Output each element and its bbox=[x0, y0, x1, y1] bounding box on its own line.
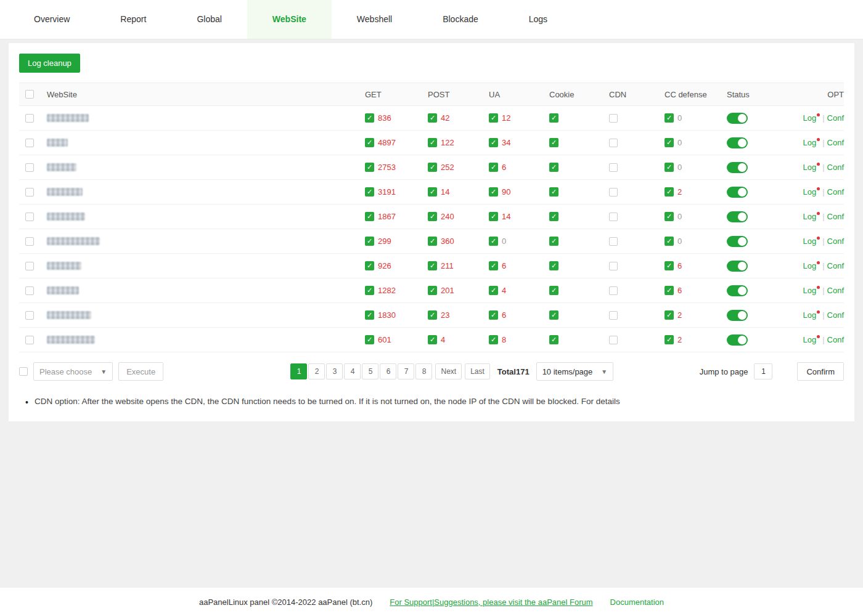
cookie-check-icon[interactable]: ✓ bbox=[549, 113, 558, 123]
cc-defense-check-icon[interactable]: ✓ bbox=[665, 163, 674, 172]
cdn-checkbox[interactable] bbox=[609, 163, 618, 172]
cc-defense-check-icon[interactable]: ✓ bbox=[665, 335, 674, 344]
cookie-check-icon[interactable]: ✓ bbox=[549, 163, 558, 172]
page-number-button[interactable]: 6 bbox=[380, 363, 396, 379]
get-check-icon[interactable]: ✓ bbox=[365, 138, 374, 147]
jump-to-page-input[interactable] bbox=[754, 363, 772, 379]
post-check-icon[interactable]: ✓ bbox=[428, 261, 437, 270]
cdn-checkbox[interactable] bbox=[609, 213, 618, 221]
cookie-check-icon[interactable]: ✓ bbox=[549, 212, 558, 221]
conf-link[interactable]: Conf bbox=[827, 187, 844, 197]
last-page-button[interactable]: Last bbox=[465, 363, 490, 379]
tab-logs[interactable]: Logs bbox=[504, 0, 573, 39]
status-toggle[interactable] bbox=[727, 236, 748, 247]
execute-button[interactable]: Execute bbox=[118, 362, 163, 381]
page-number-button[interactable]: 1 bbox=[290, 363, 307, 379]
get-check-icon[interactable]: ✓ bbox=[365, 187, 374, 197]
ua-check-icon[interactable]: ✓ bbox=[489, 261, 498, 270]
bulk-select-checkbox[interactable] bbox=[19, 367, 28, 376]
log-link[interactable]: Log bbox=[803, 163, 820, 172]
confirm-button[interactable]: Confirm bbox=[797, 362, 844, 381]
cc-defense-check-icon[interactable]: ✓ bbox=[665, 113, 674, 123]
cookie-check-icon[interactable]: ✓ bbox=[549, 335, 558, 344]
post-check-icon[interactable]: ✓ bbox=[428, 187, 437, 197]
row-checkbox[interactable] bbox=[25, 336, 34, 344]
log-cleanup-button[interactable]: Log cleanup bbox=[19, 54, 80, 73]
ua-check-icon[interactable]: ✓ bbox=[489, 187, 498, 197]
page-number-button[interactable]: 4 bbox=[344, 363, 361, 379]
cdn-checkbox[interactable] bbox=[609, 139, 618, 147]
post-check-icon[interactable]: ✓ bbox=[428, 286, 437, 295]
support-forum-link[interactable]: For Support|Suggestions, please visit th… bbox=[390, 598, 592, 607]
get-check-icon[interactable]: ✓ bbox=[365, 310, 374, 320]
row-checkbox[interactable] bbox=[25, 213, 34, 221]
row-checkbox[interactable] bbox=[25, 139, 34, 147]
select-all-checkbox[interactable] bbox=[25, 90, 34, 99]
conf-link[interactable]: Conf bbox=[827, 310, 844, 320]
tab-blockade[interactable]: Blockade bbox=[417, 0, 504, 39]
ua-check-icon[interactable]: ✓ bbox=[489, 335, 498, 344]
status-toggle[interactable] bbox=[727, 211, 748, 222]
cc-defense-check-icon[interactable]: ✓ bbox=[665, 286, 674, 295]
get-check-icon[interactable]: ✓ bbox=[365, 163, 374, 172]
log-link[interactable]: Log bbox=[803, 113, 820, 123]
post-check-icon[interactable]: ✓ bbox=[428, 335, 437, 344]
row-checkbox[interactable] bbox=[25, 311, 34, 320]
cc-defense-check-icon[interactable]: ✓ bbox=[665, 310, 674, 320]
cc-defense-check-icon[interactable]: ✓ bbox=[665, 212, 674, 221]
log-link[interactable]: Log bbox=[803, 237, 820, 246]
get-check-icon[interactable]: ✓ bbox=[365, 261, 374, 270]
row-checkbox[interactable] bbox=[25, 114, 34, 123]
conf-link[interactable]: Conf bbox=[827, 237, 844, 246]
cdn-checkbox[interactable] bbox=[609, 188, 618, 197]
cookie-check-icon[interactable]: ✓ bbox=[549, 261, 558, 270]
post-check-icon[interactable]: ✓ bbox=[428, 310, 437, 320]
post-check-icon[interactable]: ✓ bbox=[428, 212, 437, 221]
tab-overview[interactable]: Overview bbox=[9, 0, 95, 39]
conf-link[interactable]: Conf bbox=[827, 261, 844, 270]
conf-link[interactable]: Conf bbox=[827, 212, 844, 221]
get-check-icon[interactable]: ✓ bbox=[365, 113, 374, 123]
status-toggle[interactable] bbox=[727, 334, 748, 346]
get-check-icon[interactable]: ✓ bbox=[365, 335, 374, 344]
post-check-icon[interactable]: ✓ bbox=[428, 113, 437, 123]
post-check-icon[interactable]: ✓ bbox=[428, 237, 437, 246]
ua-check-icon[interactable]: ✓ bbox=[489, 113, 498, 123]
conf-link[interactable]: Conf bbox=[827, 163, 844, 172]
cookie-check-icon[interactable]: ✓ bbox=[549, 237, 558, 246]
row-checkbox[interactable] bbox=[25, 237, 34, 246]
cc-defense-check-icon[interactable]: ✓ bbox=[665, 261, 674, 270]
cookie-check-icon[interactable]: ✓ bbox=[549, 286, 558, 295]
ua-check-icon[interactable]: ✓ bbox=[489, 163, 498, 172]
next-page-button[interactable]: Next bbox=[435, 363, 462, 379]
status-toggle[interactable] bbox=[727, 162, 748, 173]
ua-check-icon[interactable]: ✓ bbox=[489, 212, 498, 221]
post-check-icon[interactable]: ✓ bbox=[428, 138, 437, 147]
bulk-action-select[interactable]: Please choose ▼ bbox=[33, 362, 113, 381]
page-number-button[interactable]: 5 bbox=[362, 363, 378, 379]
cdn-checkbox[interactable] bbox=[609, 336, 618, 344]
page-size-select[interactable]: 10 items/page ▼ bbox=[536, 362, 614, 381]
row-checkbox[interactable] bbox=[25, 188, 34, 197]
tab-website[interactable]: WebSite bbox=[247, 0, 332, 39]
row-checkbox[interactable] bbox=[25, 262, 34, 270]
log-link[interactable]: Log bbox=[803, 212, 820, 221]
status-toggle[interactable] bbox=[727, 113, 748, 124]
ua-check-icon[interactable]: ✓ bbox=[489, 310, 498, 320]
status-toggle[interactable] bbox=[727, 261, 748, 272]
cdn-checkbox[interactable] bbox=[609, 237, 618, 246]
page-number-button[interactable]: 7 bbox=[398, 363, 414, 379]
log-link[interactable]: Log bbox=[803, 138, 820, 147]
ua-check-icon[interactable]: ✓ bbox=[489, 237, 498, 246]
get-check-icon[interactable]: ✓ bbox=[365, 286, 374, 295]
cdn-checkbox[interactable] bbox=[609, 311, 618, 320]
status-toggle[interactable] bbox=[727, 137, 748, 148]
cc-defense-check-icon[interactable]: ✓ bbox=[665, 138, 674, 147]
conf-link[interactable]: Conf bbox=[827, 286, 844, 295]
cookie-check-icon[interactable]: ✓ bbox=[549, 187, 558, 197]
log-link[interactable]: Log bbox=[803, 261, 820, 270]
row-checkbox[interactable] bbox=[25, 286, 34, 295]
documentation-link[interactable]: Documentation bbox=[610, 598, 664, 607]
conf-link[interactable]: Conf bbox=[827, 138, 844, 147]
log-link[interactable]: Log bbox=[803, 335, 820, 344]
